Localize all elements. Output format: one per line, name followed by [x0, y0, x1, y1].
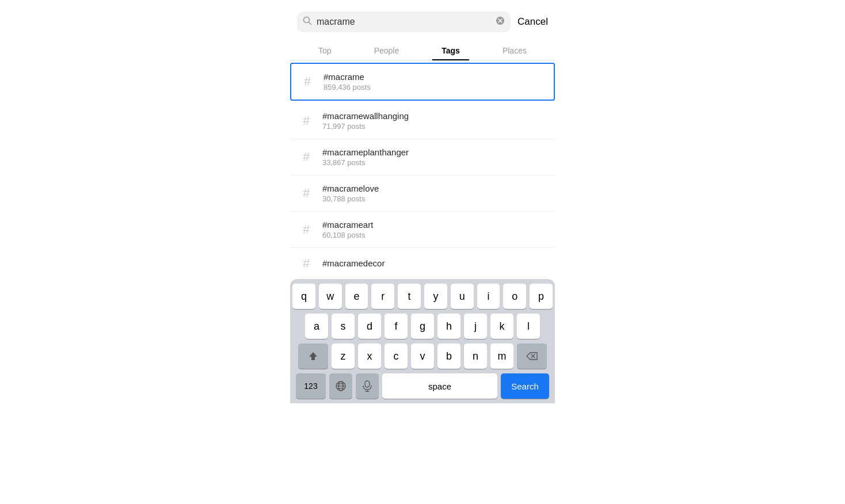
microphone-key[interactable]: [356, 373, 379, 399]
num-key[interactable]: 123: [296, 373, 326, 399]
svg-rect-12: [365, 381, 370, 387]
keyboard-bottom-row: 123 space Search: [292, 373, 553, 399]
result-text: #macrameart 60,108 posts: [322, 220, 373, 239]
result-tag: #macramelove: [322, 184, 379, 193]
result-tag: #macramedecor: [322, 258, 385, 268]
tab-top[interactable]: Top: [309, 41, 341, 60]
list-item[interactable]: # #macrameart 60,108 posts: [290, 212, 555, 248]
result-count: 71,997 posts: [322, 122, 409, 131]
hash-icon: #: [299, 150, 313, 165]
key-n[interactable]: n: [464, 343, 487, 369]
globe-key[interactable]: [329, 373, 352, 399]
search-bar: macrame Cancel: [290, 12, 555, 32]
keyboard: q w e r t y u i o p a s d f g h j k l: [290, 279, 555, 403]
results-list: # #macrame 859,436 posts # #macramewallh…: [290, 63, 555, 279]
list-item[interactable]: # #macramedecor: [290, 248, 555, 279]
clear-icon[interactable]: [496, 16, 505, 28]
keyboard-row-1: q w e r t y u i o p: [292, 284, 553, 309]
key-f[interactable]: f: [385, 314, 408, 339]
key-c[interactable]: c: [385, 343, 408, 369]
hash-icon: #: [299, 186, 313, 201]
key-j[interactable]: j: [464, 314, 487, 339]
svg-line-1: [309, 22, 311, 25]
hash-icon: #: [299, 222, 313, 237]
search-input-wrapper[interactable]: macrame: [297, 12, 511, 32]
result-text: #macramewallhanging 71,997 posts: [322, 111, 409, 131]
backspace-key[interactable]: [517, 343, 547, 369]
search-input[interactable]: macrame: [317, 17, 491, 27]
result-text: #macrame 859,436 posts: [323, 72, 371, 91]
key-r[interactable]: r: [371, 284, 394, 309]
result-tag: #macrameplanthanger: [322, 147, 409, 157]
tab-tags[interactable]: Tags: [432, 41, 469, 60]
tab-places[interactable]: Places: [493, 41, 536, 60]
result-text: #macramedecor: [322, 258, 385, 269]
key-m[interactable]: m: [490, 343, 513, 369]
result-tag: #macrame: [323, 72, 371, 82]
search-button[interactable]: Search: [501, 373, 549, 399]
key-d[interactable]: d: [358, 314, 381, 339]
result-text: #macramelove 30,788 posts: [322, 184, 379, 203]
list-item[interactable]: # #macrameplanthanger 33,867 posts: [290, 139, 555, 175]
key-p[interactable]: p: [530, 284, 553, 309]
result-count: 33,867 posts: [322, 158, 409, 167]
key-l[interactable]: l: [517, 314, 540, 339]
search-icon: [303, 16, 312, 28]
list-item[interactable]: # #macramewallhanging 71,997 posts: [290, 103, 555, 139]
key-h[interactable]: h: [437, 314, 460, 339]
key-g[interactable]: g: [411, 314, 434, 339]
key-i[interactable]: i: [477, 284, 500, 309]
key-w[interactable]: w: [319, 284, 342, 309]
result-count: 859,436 posts: [323, 83, 371, 91]
app-container: macrame Cancel Top People Tags Places # …: [290, 12, 555, 403]
key-b[interactable]: b: [437, 343, 460, 369]
key-s[interactable]: s: [332, 314, 355, 339]
space-key[interactable]: space: [382, 373, 497, 399]
key-y[interactable]: y: [424, 284, 447, 309]
key-o[interactable]: o: [503, 284, 526, 309]
result-count: 60,108 posts: [322, 231, 373, 239]
tabs: Top People Tags Places: [290, 41, 555, 60]
tab-people[interactable]: People: [365, 41, 409, 60]
list-item[interactable]: # #macramelove 30,788 posts: [290, 175, 555, 212]
hash-icon: #: [300, 74, 314, 89]
keyboard-row-2: a s d f g h j k l: [292, 314, 553, 339]
result-tag: #macrameart: [322, 220, 373, 230]
key-x[interactable]: x: [358, 343, 381, 369]
result-count: 30,788 posts: [322, 194, 379, 203]
hash-icon: #: [299, 113, 313, 128]
key-t[interactable]: t: [398, 284, 421, 309]
key-q[interactable]: q: [292, 284, 315, 309]
cancel-button[interactable]: Cancel: [517, 16, 548, 28]
key-e[interactable]: e: [345, 284, 368, 309]
key-k[interactable]: k: [490, 314, 513, 339]
shift-key[interactable]: [298, 343, 328, 369]
key-a[interactable]: a: [305, 314, 328, 339]
key-v[interactable]: v: [411, 343, 434, 369]
result-tag: #macramewallhanging: [322, 111, 409, 121]
list-item[interactable]: # #macrame 859,436 posts: [290, 63, 555, 101]
hash-icon: #: [299, 256, 313, 271]
result-text: #macrameplanthanger 33,867 posts: [322, 147, 409, 167]
key-z[interactable]: z: [332, 343, 355, 369]
keyboard-row-3: z x c v b n m: [292, 343, 553, 369]
key-u[interactable]: u: [451, 284, 474, 309]
